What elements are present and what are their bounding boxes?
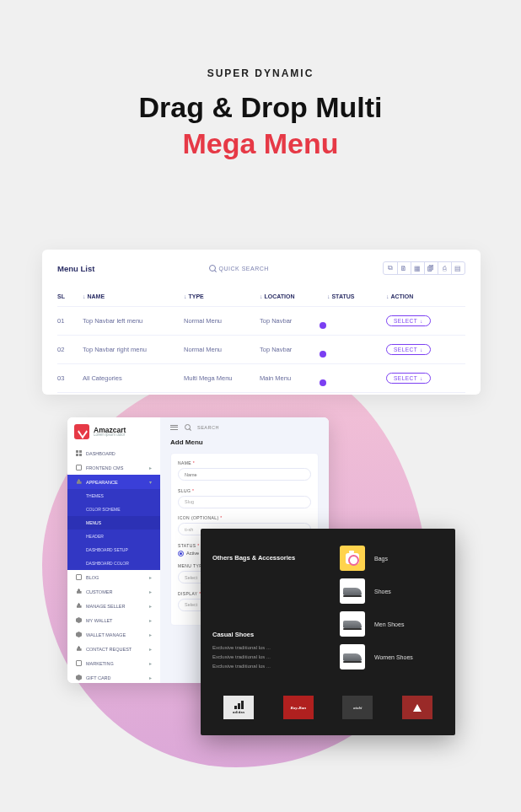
mega-menu-preview: Others Bags & Accessories Casual Shoes E…	[201, 529, 455, 735]
sidebar-item[interactable]: FRONTEND CMS▸	[67, 460, 160, 475]
search-label[interactable]: SEARCH	[197, 425, 219, 430]
slug-label: SLUG	[178, 488, 311, 493]
grid-icon[interactable]: ▦	[411, 262, 424, 274]
sidebar-subitem[interactable]: DASHBOARD SETUP	[67, 543, 160, 557]
brand-row: adidas Ray-Ban atobi	[201, 689, 455, 731]
cell-type: Multi Mega Menu	[184, 374, 260, 382]
sidebar-item[interactable]: MANAGE SELLER▸	[67, 599, 160, 613]
shoe-thumb-icon	[340, 644, 365, 669]
chevron-icon: ▾	[149, 479, 152, 485]
search-icon	[209, 265, 216, 272]
mega-text-line[interactable]: Exclusive traditional los ...	[212, 654, 316, 659]
file-icon[interactable]: 🗎	[397, 262, 411, 274]
cell-type: Normal Menu	[184, 346, 260, 353]
search-icon	[185, 424, 191, 430]
mega-item-label: Women Shoes	[374, 654, 413, 660]
sidebar-item-label: DASHBOARD COLOR	[86, 561, 129, 566]
print-icon[interactable]: ⎙	[438, 262, 451, 274]
select-button[interactable]: SELECT	[386, 315, 431, 326]
mega-item[interactable]: Women Shoes	[340, 644, 443, 669]
chevron-icon: ▸	[149, 603, 152, 609]
quick-search[interactable]: QUICK SEARCH	[209, 265, 269, 272]
ico-cube-icon	[76, 617, 82, 623]
sidebar-item-label: BLOG	[86, 575, 99, 580]
sidebar-item[interactable]: BLOG▸	[67, 570, 160, 584]
ico-doc-icon	[76, 660, 82, 666]
copy-icon[interactable]: ⧉	[384, 262, 397, 274]
category-heading-2[interactable]: Casual Shoes	[212, 631, 316, 638]
ico-user-icon	[76, 589, 82, 594]
sidebar-item-label: MANAGE SELLER	[86, 604, 125, 609]
mega-item[interactable]: Shoes	[340, 578, 443, 604]
slug-input[interactable]	[178, 496, 311, 508]
cell-action: SELECT	[386, 373, 462, 384]
chevron-icon: ▸	[149, 660, 152, 666]
col-type[interactable]: TYPE	[184, 293, 260, 299]
brand-tile-adidas[interactable]: adidas	[223, 696, 254, 719]
sidebar-item-label: DASHBOARD	[86, 451, 115, 456]
sidebar-item-label: GIFT CARD	[86, 675, 111, 680]
col-status[interactable]: STATUS	[327, 293, 386, 299]
sidebar-item-label: MARKETING	[86, 661, 114, 666]
sidebar-subitem[interactable]: DASHBOARD COLOR	[67, 557, 160, 570]
cell-action: SELECT	[386, 344, 462, 355]
cell-sl: 02	[57, 346, 83, 353]
name-label: NAME	[178, 460, 311, 465]
sidebar-item[interactable]: CUSTOMER▸	[67, 584, 160, 599]
sidebar-item[interactable]: APPEARANCE▾	[67, 475, 160, 489]
brand-tile-generic[interactable]	[402, 696, 432, 719]
mega-item[interactable]: Bags	[340, 546, 443, 571]
brand-label: adidas	[233, 710, 244, 714]
ico-cube-icon	[76, 632, 82, 637]
mega-text-line[interactable]: Exclusive traditional los ...	[212, 645, 316, 650]
col-name[interactable]: NAME	[83, 293, 184, 299]
sidebar-item-label: CONTACT REQUEST	[86, 647, 132, 652]
sidebar-item-label: CUSTOMER	[86, 589, 112, 594]
brand[interactable]: Amazcart Lorem ipsum dolor	[67, 417, 160, 446]
name-input[interactable]	[178, 468, 311, 481]
pdf-icon[interactable]: 🗐	[424, 262, 438, 274]
columns-icon[interactable]: ▤	[451, 262, 465, 274]
menu-list-panel: Menu List QUICK SEARCH ⧉🗎▦🗐⎙▤ SL NAME TY…	[42, 250, 481, 395]
category-heading-1[interactable]: Others Bags & Accessories	[212, 554, 316, 562]
select-button[interactable]: SELECT	[386, 373, 431, 384]
brand-tile-atobi[interactable]: atobi	[342, 696, 373, 719]
col-sl: SL	[57, 293, 83, 299]
cell-name: Top Navbar left menu	[83, 317, 184, 325]
search-label: QUICK SEARCH	[219, 266, 269, 272]
cell-location: Top Navbar	[260, 346, 327, 353]
sidebar-subitem[interactable]: HEADER	[67, 530, 160, 543]
brand-logo-icon	[74, 424, 89, 439]
sidebar-item[interactable]: WALLET MANAGE▸	[67, 627, 160, 642]
sidebar-subitem[interactable]: THEMES	[67, 489, 160, 503]
cell-sl: 01	[57, 317, 83, 325]
mega-item[interactable]: Men Shoes	[340, 611, 443, 637]
mega-text-line[interactable]: Exclusive traditional los ...	[212, 664, 316, 669]
sidebar-item[interactable]: CONTACT REQUEST▸	[67, 642, 160, 656]
col-action[interactable]: ACTION	[386, 293, 462, 299]
panel-title: Menu List	[57, 264, 94, 273]
sidebar-item-label: MY WALLET	[86, 618, 112, 623]
sidebar-item[interactable]: GIFT CARD▸	[67, 670, 160, 683]
sidebar-item[interactable]: MARKETING▸	[67, 656, 160, 670]
ico-doc-icon	[76, 574, 82, 580]
chevron-icon: ▸	[149, 574, 152, 580]
sidebar: Amazcart Lorem ipsum dolor DASHBOARDFRON…	[67, 417, 160, 683]
brand-tile-rayban[interactable]: Ray-Ban	[283, 696, 314, 719]
sidebar-item[interactable]: DASHBOARD	[67, 446, 160, 460]
cell-type: Normal Menu	[184, 317, 260, 325]
cell-name: Top Navbar right menu	[83, 346, 184, 353]
sidebar-item-label: APPEARANCE	[86, 480, 118, 485]
hero-title-line2: Mega Menu	[182, 127, 338, 159]
shoe-thumb-icon	[340, 578, 365, 604]
cell-sl: 03	[57, 374, 83, 382]
chevron-icon: ▸	[149, 589, 152, 594]
col-location[interactable]: LOCATION	[260, 293, 327, 299]
sidebar-subitem[interactable]: COLOR SCHEME	[67, 503, 160, 516]
menu-toggle-icon[interactable]	[170, 425, 178, 430]
table-row: 01 Top Navbar left menu Normal Menu Top …	[57, 306, 465, 335]
sidebar-item[interactable]: MY WALLET▸	[67, 613, 160, 627]
sidebar-subitem[interactable]: MENUS	[67, 516, 160, 530]
select-button[interactable]: SELECT	[386, 344, 431, 355]
sidebar-item-label: MENUS	[86, 520, 101, 525]
